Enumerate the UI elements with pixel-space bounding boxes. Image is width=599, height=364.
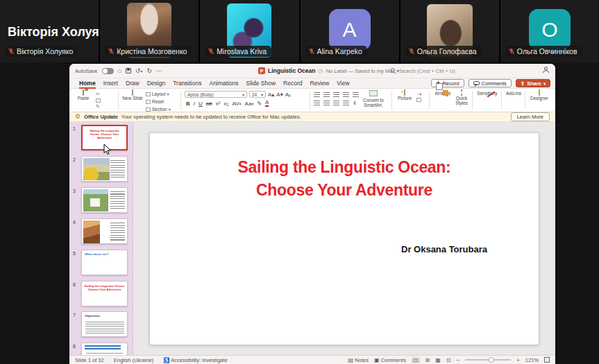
section-button[interactable]: Section▾ — [146, 106, 171, 112]
ribbon-tab[interactable]: View — [337, 80, 349, 87]
zoom-out-button[interactable]: − — [456, 357, 459, 363]
underline-button[interactable]: U — [199, 101, 203, 107]
format-painter-icon[interactable]: ✎ — [96, 104, 100, 110]
convert-smartart-button[interactable]: Convert to SmartArt. — [357, 90, 390, 107]
text-box-icon[interactable] — [416, 98, 421, 102]
participant-tile[interactable]: Кристіна Мозговенко — [100, 0, 199, 62]
clear-format-icon[interactable]: Aₓ — [285, 92, 291, 98]
text-direction-icon[interactable]: ⇕ — [353, 101, 357, 106]
notes-button[interactable]: ▤ Notes — [348, 357, 369, 363]
quick-styles-button[interactable]: Quick Styles — [453, 90, 471, 105]
reading-view-button[interactable]: ▦ — [435, 357, 441, 363]
shapes-icon[interactable]: ◌▾ — [416, 92, 421, 96]
ribbon-tab[interactable]: Animations — [209, 80, 238, 87]
numbering-icon[interactable] — [323, 92, 330, 98]
slide-sorter-view-button[interactable]: ⊞ — [425, 357, 430, 363]
align-left-icon[interactable] — [314, 101, 320, 106]
font-color-button[interactable]: A — [265, 100, 269, 107]
align-center-icon[interactable] — [323, 101, 330, 106]
redo-icon[interactable]: ↻ — [147, 67, 153, 74]
cut-icon[interactable]: ✂ — [96, 92, 100, 97]
slide-subtitle[interactable]: Dr Oksana Torubara — [401, 244, 487, 254]
zoom-slider-knob[interactable] — [489, 357, 494, 363]
search-bar[interactable]: Search (Cmd + Ctrl + U) — [390, 66, 508, 76]
account-icon[interactable] — [542, 66, 550, 75]
paste-button[interactable]: Paste — [74, 90, 93, 101]
slide-thumbnail[interactable]: 5 What about me? — [69, 250, 133, 277]
participant-tile[interactable]: Miroslava Kriva — [200, 0, 298, 62]
new-slide-button[interactable]: New Slide — [122, 90, 143, 101]
bullets-icon[interactable] — [314, 92, 320, 98]
ribbon-tab[interactable]: Review — [310, 80, 329, 87]
normal-view-button[interactable]: ▭ — [412, 357, 420, 363]
layout-button[interactable]: Layout▾ — [146, 91, 169, 97]
zoom-slider[interactable] — [465, 359, 511, 361]
participant-tile[interactable]: O Ольга Овчинніков — [500, 0, 599, 62]
slide-thumbnail[interactable]: 3 — [69, 187, 133, 215]
language-selector[interactable]: English (Ukraine) — [114, 357, 154, 363]
slide-thumbnail[interactable]: 2 — [69, 156, 133, 184]
char-spacing-button[interactable]: AV▾ — [232, 101, 241, 107]
more-commands-icon[interactable]: ⋯ — [156, 67, 162, 74]
strikethrough-button[interactable]: ab — [206, 101, 212, 107]
ribbon-tab[interactable]: Home — [79, 80, 96, 87]
ribbon-tab[interactable]: Slide Show — [246, 80, 276, 87]
ribbon-tab[interactable]: Transitions — [173, 80, 201, 87]
ribbon-tab[interactable]: Draw — [126, 80, 140, 87]
slide-thumbnail[interactable]: 7 Objectives — [69, 311, 133, 339]
slide-thumbnail[interactable]: 8 — [69, 343, 133, 355]
decrease-indent-icon[interactable] — [333, 92, 339, 98]
participant-tile[interactable]: Ольга Голофаєва — [400, 0, 499, 62]
highlight-button[interactable]: ✎ — [257, 101, 262, 107]
fit-to-window-icon[interactable] — [544, 357, 550, 363]
learn-more-button[interactable]: Learn More — [511, 112, 550, 121]
share-button[interactable]: ⇧ Share ▾ — [516, 79, 550, 87]
ribbon-tab[interactable]: Record — [283, 80, 302, 87]
slide-thumbnail[interactable]: 4 — [69, 218, 133, 246]
slideshow-view-button[interactable]: ⊡ — [446, 357, 451, 363]
slide-thumbnail[interactable]: 6 Sailing the Linguistic Ocean: Choose Y… — [69, 281, 133, 309]
bold-button[interactable]: B — [186, 101, 190, 107]
ribbon-tab[interactable]: Design — [147, 80, 165, 87]
comments-button[interactable]: Comments — [469, 79, 512, 87]
slide-counter[interactable]: Slide 1 of 32 — [75, 357, 104, 363]
ribbon-tab[interactable]: Insert — [103, 80, 118, 87]
zoom-level[interactable]: 121% — [525, 357, 539, 363]
autosave-toggle[interactable] — [102, 68, 114, 74]
zoom-in-button[interactable]: + — [516, 357, 520, 363]
thumbnail-number: 5 — [73, 251, 76, 256]
thumbnail-preview: Sailing the Linguistic Ocean: Choose You… — [81, 281, 128, 306]
slide-thumbnail[interactable]: 1 Sailing the Linguistic Ocean: Choose Y… — [69, 125, 133, 153]
participant-tile[interactable]: A Alina Karpeko — [301, 0, 399, 62]
home-icon[interactable]: ⌂ — [118, 67, 121, 74]
copy-icon[interactable] — [96, 98, 101, 103]
picture-button[interactable]: Picture — [396, 90, 414, 101]
subscript-button[interactable]: x₂ — [223, 101, 228, 107]
slide-canvas[interactable]: Sailing the Linguistic Ocean: Choose You… — [149, 132, 539, 345]
align-right-icon[interactable] — [333, 101, 339, 106]
participant-name-chip: Кристіна Мозговенко — [105, 46, 192, 57]
italic-button[interactable]: I — [194, 101, 195, 107]
increase-indent-icon[interactable] — [343, 92, 349, 98]
superscript-button[interactable]: x² — [216, 101, 221, 107]
addins-button[interactable]: Add-ins — [504, 90, 523, 96]
increase-font-icon[interactable]: A▴ — [268, 92, 274, 98]
justify-icon[interactable] — [343, 101, 349, 106]
arrange-button[interactable]: Arrange — [433, 90, 453, 96]
undo-icon[interactable]: ↺▾ — [135, 67, 143, 74]
reset-button[interactable]: Reset — [146, 98, 164, 105]
participant-tile[interactable]: Вікторія Холуяко Вікторія Холуяко — [0, 0, 99, 62]
decrease-font-icon[interactable]: A▾ — [276, 92, 282, 98]
sensitivity-button[interactable]: Sensitivity — [475, 90, 500, 96]
save-icon[interactable] — [126, 68, 131, 73]
titlebar: AutoSave ⌂ ↺▾ ↻ ⋯ P Linguistic Ocean ◷ N… — [69, 64, 555, 78]
save-status[interactable]: No Label — Saved to my Mac ▾ — [326, 68, 398, 74]
slide-title[interactable]: Sailing the Linguistic Ocean: Choose You… — [150, 156, 539, 202]
font-size-select[interactable]: 24▾ — [249, 91, 266, 98]
comments-panel-button[interactable]: ▣ Comments — [374, 357, 406, 363]
participant-name-label: Ольга Голофаєва — [417, 47, 477, 55]
accessibility-status[interactable]: ♿ Accessibility: Investigate — [163, 357, 227, 363]
font-name-select[interactable]: Aptos (Body)▾ — [185, 91, 247, 98]
designer-button[interactable]: Designer — [528, 90, 551, 101]
change-case-button[interactable]: Aa▾ — [245, 101, 254, 107]
